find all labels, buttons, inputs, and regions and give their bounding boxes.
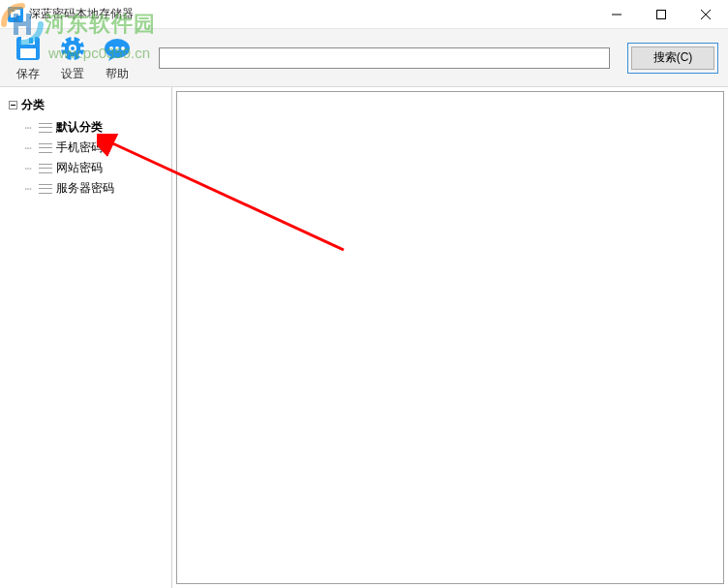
svg-rect-8 <box>29 38 33 44</box>
svg-rect-3 <box>657 10 666 18</box>
maximize-button[interactable] <box>639 0 683 29</box>
svg-point-24 <box>121 46 125 50</box>
content-panel <box>172 87 728 588</box>
search-button-frame: 搜索(C) <box>627 43 718 74</box>
save-label: 保存 <box>16 66 40 82</box>
tree-item-label: 网站密码 <box>56 160 103 176</box>
close-button[interactable] <box>683 0 728 29</box>
minimize-button[interactable] <box>594 0 639 29</box>
window-title: 深蓝密码本地存储器 <box>29 6 134 22</box>
list-icon <box>39 142 52 154</box>
toolbar: 保存 <box>0 29 728 87</box>
save-button[interactable]: 保存 <box>6 31 50 85</box>
tree-item-label: 默认分类 <box>56 119 103 136</box>
tree-item-label: 手机密码 <box>56 139 103 156</box>
svg-point-20 <box>71 46 75 50</box>
app-icon <box>8 7 23 22</box>
search-input[interactable] <box>159 47 610 69</box>
tree-root-label: 分类 <box>21 97 45 113</box>
category-tree: 分类 ⋯ 默认分类 ⋯ 手机密码 ⋯ 网站密码 <box>0 95 171 199</box>
sidebar: 分类 ⋯ 默认分类 ⋯ 手机密码 ⋯ 网站密码 <box>0 87 172 588</box>
svg-rect-1 <box>15 10 20 15</box>
collapse-icon[interactable] <box>8 101 17 110</box>
gear-icon <box>57 33 88 64</box>
search-button[interactable]: 搜索(C) <box>631 46 714 70</box>
save-icon <box>13 33 44 64</box>
main-area: 分类 ⋯ 默认分类 ⋯ 手机密码 ⋯ 网站密码 <box>0 87 728 588</box>
settings-label: 设置 <box>61 66 84 82</box>
svg-rect-14 <box>60 47 65 50</box>
svg-rect-12 <box>72 36 75 41</box>
tree-item-website[interactable]: ⋯ 网站密码 <box>21 158 171 178</box>
help-icon <box>102 33 133 64</box>
list-icon <box>39 163 52 174</box>
content-list[interactable] <box>176 91 724 584</box>
tree-branch-icon: ⋯ <box>21 121 35 135</box>
tree-item-phone[interactable]: ⋯ 手机密码 <box>21 138 171 158</box>
tree-branch-icon: ⋯ <box>21 162 35 175</box>
list-icon <box>39 183 52 195</box>
tree-item-server[interactable]: ⋯ 服务器密码 <box>21 178 171 199</box>
titlebar: 深蓝密码本地存储器 <box>0 0 728 29</box>
svg-rect-15 <box>80 47 85 50</box>
help-button[interactable]: 帮助 <box>95 31 139 85</box>
list-icon <box>39 122 52 134</box>
tree-branch-icon: ⋯ <box>21 141 35 155</box>
tree-root-node[interactable]: 分类 <box>8 95 171 115</box>
help-label: 帮助 <box>106 66 129 82</box>
svg-rect-9 <box>20 48 36 58</box>
svg-point-23 <box>115 46 119 50</box>
svg-rect-13 <box>72 56 75 61</box>
tree-item-label: 服务器密码 <box>56 180 114 197</box>
tree-item-default[interactable]: ⋯ 默认分类 <box>21 117 171 138</box>
svg-point-22 <box>109 46 113 50</box>
tree-branch-icon: ⋯ <box>21 182 35 196</box>
settings-button[interactable]: 设置 <box>50 31 95 85</box>
